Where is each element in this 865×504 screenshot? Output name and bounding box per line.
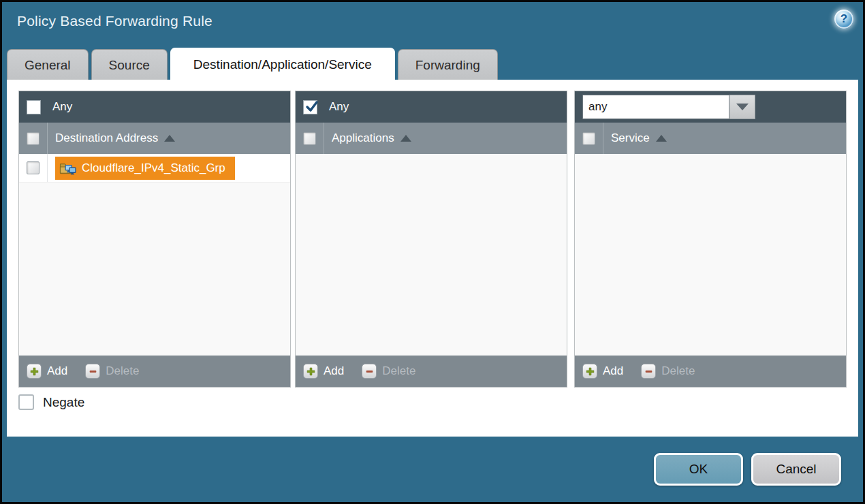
tab-general[interactable]: General	[7, 49, 89, 81]
policy-based-forwarding-dialog: Policy Based Forwarding Rule ? General S…	[0, 0, 865, 504]
service-type-value[interactable]: any	[582, 95, 729, 119]
service-header-label[interactable]: Service	[611, 131, 650, 145]
address-group-label: Cloudflare_IPv4_Static_Grp	[82, 161, 225, 175]
destination-any-label: Any	[52, 100, 72, 114]
applications-any-bar: Any	[296, 91, 567, 123]
chevron-down-icon	[736, 104, 749, 110]
service-column-footer: Add Delete	[575, 356, 846, 387]
negate-row: Negate	[18, 394, 84, 410]
negate-label: Negate	[43, 395, 84, 410]
destination-column-header: Destination Address	[19, 123, 290, 154]
service-type-dropdown[interactable]: any	[582, 95, 755, 119]
tab-destination-application-service[interactable]: Destination/Application/Service	[170, 48, 395, 81]
negate-checkbox[interactable]	[18, 394, 34, 410]
table-row[interactable]: Cloudflare_IPv4_Static_Grp	[19, 154, 290, 183]
applications-column-header: Applications	[296, 123, 567, 154]
plus-icon	[582, 364, 597, 379]
add-button[interactable]: Add	[582, 364, 623, 379]
destination-select-all-checkbox[interactable]	[27, 132, 40, 145]
add-button[interactable]: Add	[303, 364, 344, 379]
delete-label: Delete	[661, 364, 695, 378]
help-icon[interactable]: ?	[834, 10, 853, 29]
add-label: Add	[324, 364, 344, 378]
applications-select-all-checkbox[interactable]	[303, 132, 316, 145]
add-button[interactable]: Add	[27, 364, 67, 379]
delete-label: Delete	[382, 364, 415, 378]
service-select-all-checkbox[interactable]	[582, 132, 595, 145]
applications-any-checkbox-checked[interactable]	[303, 100, 317, 114]
service-dropdown-bar: any	[575, 91, 846, 123]
tab-source[interactable]: Source	[91, 49, 168, 81]
address-group-icon	[59, 161, 76, 176]
columns-container: Any Destination Address	[18, 91, 847, 388]
ok-button[interactable]: OK	[654, 453, 743, 486]
add-label: Add	[47, 364, 67, 378]
destination-any-bar: Any	[19, 91, 290, 123]
dropdown-arrow-button[interactable]	[729, 95, 755, 119]
content-panel: Any Destination Address	[7, 80, 858, 437]
delete-button[interactable]: Delete	[641, 364, 695, 379]
checkmark-icon	[304, 99, 319, 114]
delete-label: Delete	[106, 364, 139, 378]
destination-address-column: Any Destination Address	[18, 91, 291, 388]
delete-button[interactable]: Delete	[85, 364, 139, 379]
minus-icon	[641, 364, 656, 379]
destination-address-header-label[interactable]: Destination Address	[55, 131, 158, 145]
applications-column: Any Applications Add	[295, 91, 567, 388]
sort-ascending-icon[interactable]	[164, 135, 175, 142]
destination-address-list: Cloudflare_IPv4_Static_Grp	[19, 154, 290, 356]
cancel-button[interactable]: Cancel	[751, 453, 841, 486]
row-checkbox[interactable]	[27, 161, 40, 174]
plus-icon	[303, 364, 318, 379]
applications-header-label[interactable]: Applications	[332, 131, 394, 145]
service-column: any Service	[574, 91, 847, 388]
minus-icon	[85, 364, 100, 379]
tab-bar: General Source Destination/Application/S…	[7, 48, 498, 81]
applications-any-label: Any	[329, 100, 349, 114]
delete-button[interactable]: Delete	[362, 364, 415, 379]
dialog-title: Policy Based Forwarding Rule	[17, 13, 213, 29]
sort-ascending-icon[interactable]	[400, 135, 411, 142]
service-column-header: Service	[575, 123, 846, 154]
destination-any-checkbox[interactable]	[27, 100, 41, 114]
sort-ascending-icon[interactable]	[656, 135, 667, 142]
applications-list	[296, 154, 567, 356]
minus-icon	[362, 364, 377, 379]
service-list	[575, 154, 846, 356]
selected-address-group[interactable]: Cloudflare_IPv4_Static_Grp	[55, 157, 235, 180]
plus-icon	[27, 364, 42, 379]
destination-column-footer: Add Delete	[19, 356, 290, 387]
add-label: Add	[603, 364, 623, 378]
tab-forwarding[interactable]: Forwarding	[398, 49, 498, 81]
applications-column-footer: Add Delete	[296, 356, 567, 387]
